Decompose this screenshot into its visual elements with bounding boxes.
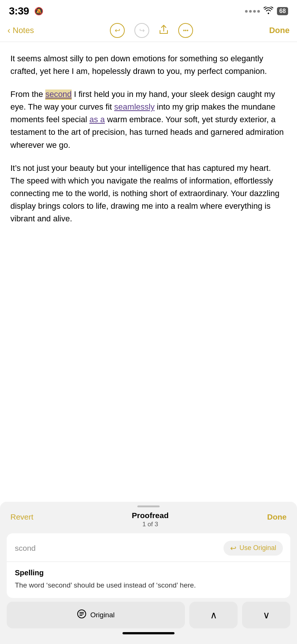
toolbar: ‹ Notes ↩ ↪ ••• Done bbox=[0, 20, 297, 42]
original-label: Original bbox=[90, 611, 114, 619]
paragraph-2-pre: From the bbox=[10, 90, 45, 99]
home-bar bbox=[123, 632, 174, 634]
signal-dots bbox=[245, 10, 260, 13]
next-suggestion-button[interactable]: ∨ bbox=[242, 602, 290, 628]
panel-done-button[interactable]: Done bbox=[267, 511, 287, 521]
suggestion-text: The word ‘second’ should be used instead… bbox=[15, 580, 282, 591]
panel-progress: 1 of 3 bbox=[132, 521, 169, 528]
status-icons: 68 bbox=[245, 7, 288, 16]
bottom-actions: Original ∧ ∨ bbox=[0, 602, 297, 628]
suggestion-body: Spelling The word ‘second’ should be use… bbox=[7, 562, 290, 598]
bell-icon: 🔕 bbox=[34, 7, 43, 16]
use-original-button[interactable]: ↩ Use Original bbox=[223, 541, 283, 556]
battery-indicator: 68 bbox=[277, 7, 288, 15]
toolbar-center: ↩ ↪ ••• bbox=[110, 23, 193, 38]
home-indicator bbox=[0, 628, 297, 637]
paragraph-3: It’s not just your beauty but your intel… bbox=[10, 162, 287, 225]
suggestion-word: scond bbox=[15, 544, 36, 553]
suggestion-card: scond ↩ Use Original Spelling The word ‘… bbox=[7, 533, 290, 598]
panel-handle-bar bbox=[137, 505, 160, 507]
paragraph-1: It seems almost silly to pen down emotio… bbox=[10, 52, 287, 78]
suggestion-category: Spelling bbox=[15, 569, 282, 577]
back-button[interactable]: ‹ Notes bbox=[7, 25, 34, 36]
panel-title-block: Proofread 1 of 3 bbox=[132, 511, 169, 528]
back-label: Notes bbox=[13, 26, 34, 35]
previous-suggestion-button[interactable]: ∧ bbox=[189, 602, 238, 628]
panel-title: Proofread bbox=[132, 511, 169, 520]
use-original-label: Use Original bbox=[239, 544, 276, 552]
back-arrow-icon: ‹ bbox=[7, 25, 10, 36]
status-bar: 3:39 🔕 68 bbox=[0, 0, 297, 20]
original-button[interactable]: Original bbox=[7, 602, 185, 628]
status-time: 3:39 bbox=[9, 5, 29, 17]
original-icon bbox=[77, 609, 87, 621]
paragraph-2: From the second I first held you in my h… bbox=[10, 88, 287, 151]
panel-handle bbox=[0, 502, 297, 510]
underlined-word-1: seamlessly bbox=[114, 102, 155, 111]
more-button[interactable]: ••• bbox=[178, 23, 193, 38]
chevron-down-icon: ∨ bbox=[263, 609, 270, 621]
wifi-icon bbox=[264, 7, 273, 16]
undo-button[interactable]: ↩ bbox=[110, 23, 125, 38]
suggestion-top: scond ↩ Use Original bbox=[7, 533, 290, 562]
proofread-panel: Revert Proofread 1 of 3 Done scond ↩ Use… bbox=[0, 502, 297, 644]
panel-header: Revert Proofread 1 of 3 Done bbox=[0, 510, 297, 531]
underlined-word-2: as a bbox=[89, 115, 105, 124]
highlighted-word: second bbox=[45, 90, 72, 100]
note-content: It seems almost silly to pen down emotio… bbox=[0, 42, 297, 243]
done-button[interactable]: Done bbox=[269, 26, 290, 35]
redo-button[interactable]: ↪ bbox=[134, 23, 149, 38]
share-button[interactable] bbox=[159, 24, 169, 37]
revert-button[interactable]: Revert bbox=[10, 511, 33, 521]
undo-small-icon: ↩ bbox=[230, 544, 236, 553]
chevron-up-icon: ∧ bbox=[210, 609, 217, 621]
